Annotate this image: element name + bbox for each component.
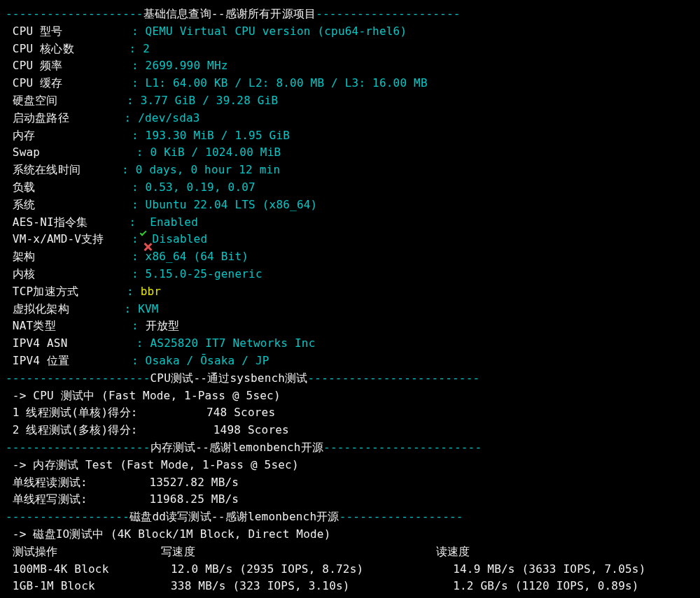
pad: [6, 129, 13, 142]
divider-right: -------------------------: [308, 371, 480, 385]
section-title-disk: 磁盘dd读写测试--感谢lemonbench开源: [130, 510, 340, 523]
colon: :: [129, 215, 136, 229]
pad: [6, 250, 13, 263]
pad: [131, 111, 138, 124]
info-value: /dev/sda3: [138, 111, 200, 124]
pad: [88, 492, 150, 506]
terminal-line: CPU 频率 : 2699.990 MHz: [6, 57, 700, 75]
pad: [69, 302, 125, 315]
pad: [363, 562, 453, 576]
info-label: 架构: [13, 250, 35, 263]
terminal-line: ------------------磁盘dd读写测试--感谢lemonbench…: [6, 508, 700, 526]
disk-test-header: -> 磁盘IO测试中 (4K Block/1M Block, Direct Mo…: [6, 527, 330, 541]
cpu-1thread-label: 1 线程测试(单核)得分:: [6, 406, 138, 419]
dd-read: 14.9 MB/s (3633 IOPS, 7.05s): [453, 562, 645, 576]
colon: :: [136, 336, 144, 350]
terminal-line: 内存 : 193.30 MiB / 1.95 GiB: [6, 127, 700, 145]
info-label: 内核: [13, 267, 35, 280]
info-value: x86_64 (64 Bit): [146, 250, 249, 263]
pad: [6, 302, 13, 315]
colon: :: [132, 198, 139, 211]
pad: [139, 319, 146, 332]
divider-left: --------------------: [6, 7, 144, 20]
dd-col-op: 测试操作: [6, 545, 58, 558]
info-label: Swap: [13, 145, 40, 159]
info-label: CPU 核心数: [13, 42, 74, 55]
terminal-line: Swap : 0 KiB / 1024.00 MiB: [6, 144, 700, 162]
pad: [40, 145, 136, 159]
pad: [63, 76, 132, 90]
dd-write: 338 MB/s (323 IOPS, 3.10s): [171, 579, 350, 592]
info-value: 193.30 MiB / 1.95 GiB: [146, 129, 290, 142]
pad: [63, 59, 132, 72]
pad: [134, 94, 141, 107]
info-value: 5.15.0-25-generic: [146, 267, 262, 280]
terminal-line: VM-x/AMD-V支持 : Disabled: [6, 231, 700, 248]
pad: [88, 476, 150, 489]
colon: :: [132, 129, 139, 142]
info-label: NAT类型: [13, 319, 56, 332]
pad: [6, 232, 13, 245]
info-value: 0.53, 0.19, 0.07: [146, 180, 255, 194]
info-label: 负载: [13, 180, 35, 194]
pad: [6, 336, 13, 350]
memory-write-value: 11968.25 MB/s: [149, 492, 239, 506]
pad: [138, 406, 206, 419]
info-value: 2699.990 MHz: [146, 59, 228, 72]
colon: :: [122, 163, 129, 176]
terminal-line: 单线程读测试: 13527.82 MB/s: [6, 474, 700, 492]
pad: [69, 111, 125, 124]
pad: [6, 24, 13, 38]
divider-right: ---------------------: [316, 7, 461, 20]
colon: :: [129, 42, 136, 55]
info-label: IPV4 位置: [13, 354, 70, 367]
terminal-line: CPU 核心数 : 2: [6, 41, 700, 58]
pad: [144, 336, 150, 350]
pad: [139, 267, 146, 280]
terminal-line: 测试操作 写速度 读速度: [6, 543, 700, 561]
terminal-line: 硬盘空间 : 3.77 GiB / 39.28 GiB: [6, 92, 700, 110]
pad: [134, 285, 141, 298]
info-label: 硬盘空间: [13, 94, 58, 107]
divider-left: ------------------: [6, 510, 130, 523]
pad: [95, 579, 171, 592]
terminal-line: -> 内存测试 Test (Fast Mode, 1-Pass @ 5sec): [6, 457, 700, 474]
info-value: QEMU Virtual CPU version (cpu64-rhel6): [146, 24, 407, 38]
pad: [139, 354, 146, 367]
pad: [6, 163, 13, 176]
pad: [56, 319, 132, 332]
colon: :: [125, 111, 132, 124]
info-value: Osaka / Ōsaka / JP: [146, 354, 270, 367]
colon: :: [125, 302, 132, 315]
pad: [139, 198, 146, 211]
pad: [6, 354, 13, 367]
colon: :: [132, 319, 139, 332]
dd-op: 100MB-4K Block: [6, 562, 109, 576]
info-label: 启动盘路径: [13, 111, 69, 124]
info-label: 系统: [13, 198, 35, 211]
terminal-line: 负载 : 0.53, 0.19, 0.07: [6, 179, 700, 197]
info-label: CPU 型号: [13, 24, 63, 38]
terminal-line: -> CPU 测试中 (Fast Mode, 1-Pass @ 5sec): [6, 387, 700, 405]
pad: [206, 423, 214, 436]
colon: :: [132, 180, 139, 194]
cpu-2thread-label: 2 线程测试(多核)得分:: [6, 423, 138, 436]
divider-right: ------------------: [340, 510, 463, 523]
colon: :: [132, 354, 139, 367]
pad: [139, 59, 146, 72]
colon: :: [127, 94, 134, 107]
pad: [6, 145, 13, 159]
pad: [35, 198, 132, 211]
info-value: KVM: [138, 302, 159, 315]
section-title-basic: 基础信息查询--感谢所有开源项目: [144, 7, 316, 20]
info-label: 系统在线时间: [13, 163, 80, 176]
dd-write: 12.0 MB/s (2935 IOPS, 8.72s): [171, 562, 363, 576]
info-label: AES-NI指令集: [13, 215, 88, 229]
pad: [58, 545, 162, 558]
terminal-line: --------------------基础信息查询--感谢所有开源项目----…: [6, 6, 700, 23]
colon: :: [132, 76, 139, 90]
pad: [6, 76, 13, 90]
pad: [109, 562, 172, 576]
pad: [6, 94, 13, 107]
dd-op: 1GB-1M Block: [6, 579, 95, 592]
